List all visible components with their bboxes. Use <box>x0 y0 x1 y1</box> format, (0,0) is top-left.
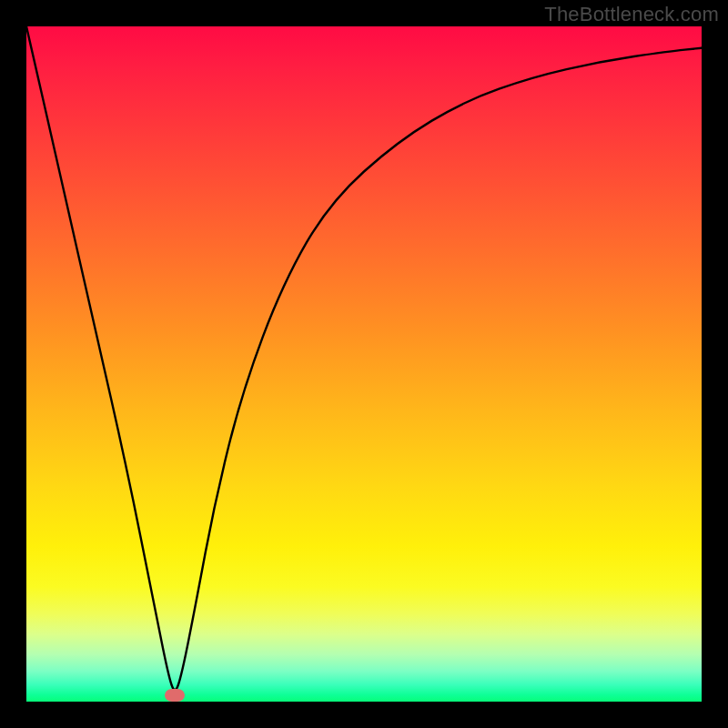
bottleneck-curve <box>26 26 702 690</box>
minimum-marker <box>165 689 185 702</box>
watermark-text: TheBottleneck.com <box>544 3 719 26</box>
chart-frame: TheBottleneck.com <box>0 0 728 728</box>
curve-svg <box>26 26 702 702</box>
plot-area <box>26 26 702 702</box>
